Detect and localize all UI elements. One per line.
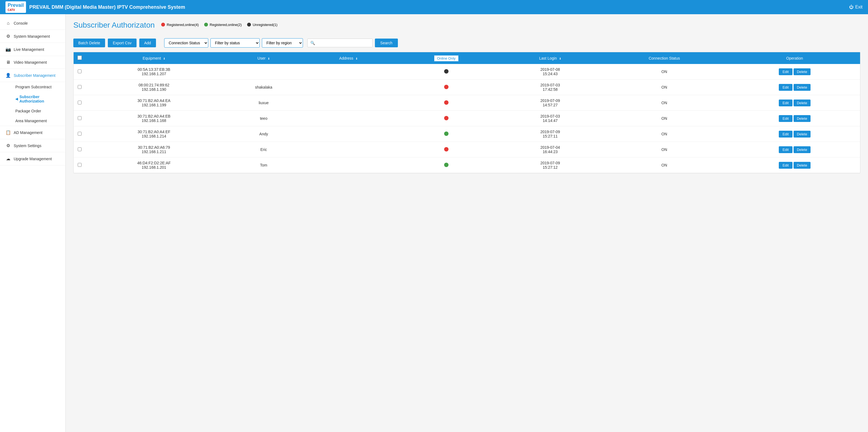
filter-group: Connection Status Filter by status Filte… xyxy=(164,38,398,47)
address-cell xyxy=(305,142,392,158)
connection-cell: ON xyxy=(599,95,729,111)
user-cell: shakalaka xyxy=(222,79,305,95)
row-checkbox-1[interactable] xyxy=(78,85,82,89)
dot-black xyxy=(247,23,251,27)
add-button[interactable]: Add xyxy=(139,38,156,47)
edit-button-3[interactable]: Edit xyxy=(779,115,793,122)
status-dot xyxy=(444,69,448,73)
export-csv-button[interactable]: Export Csv xyxy=(108,38,136,47)
row-checkbox-4[interactable] xyxy=(78,132,82,136)
edit-button-2[interactable]: Edit xyxy=(779,100,793,106)
user-cell: liuxue xyxy=(222,95,305,111)
sidebar-item-console[interactable]: ⌂ Console xyxy=(0,17,65,30)
sidebar-item-upgrade-management[interactable]: ☁ Upgrade Management xyxy=(0,152,65,165)
last-login-cell: 2019-07-0314:14:47 xyxy=(501,111,599,126)
connection-status-select[interactable]: Connection Status xyxy=(164,38,208,47)
row-checkbox-0[interactable] xyxy=(78,69,82,73)
status-filter-select[interactable]: Filter by status xyxy=(211,38,260,47)
connection-cell: ON xyxy=(599,142,729,158)
sidebar-item-subscriber-authorization[interactable]: ◀ Subscriber Authorization xyxy=(11,92,65,106)
delete-button-3[interactable]: Delete xyxy=(794,115,810,122)
table-row: 30:71:B2:A0:A4:EA192.168.1.199liuxue2019… xyxy=(73,95,860,111)
operation-cell: EditDelete xyxy=(729,64,860,79)
batch-delete-button[interactable]: Batch Delete xyxy=(73,38,105,47)
operation-column-header: Operation xyxy=(729,52,860,64)
sidebar-item-subscriber-management[interactable]: 👤 Subscriber Management xyxy=(0,69,65,82)
dot-green xyxy=(204,23,208,27)
user-column-header[interactable]: User ⬇ xyxy=(222,52,305,64)
equipment-column-header[interactable]: Equipment ⬇ xyxy=(86,52,222,64)
connection-cell: ON xyxy=(599,111,729,126)
data-table-wrapper: Equipment ⬇ User ⬇ Address ⬇ Online On xyxy=(73,52,860,173)
user-cell: Eric xyxy=(222,142,305,158)
equipment-mac: 30:71:B2:A0:A6:79 xyxy=(90,145,218,149)
sidebar-sub-menu: Program Subcontract ◀ Subscriber Authori… xyxy=(0,82,65,126)
user-cell: Tom xyxy=(222,158,305,173)
login-date: 2019-07-03 xyxy=(505,114,596,119)
edit-button-1[interactable]: Edit xyxy=(779,84,793,91)
address-column-header[interactable]: Address ⬇ xyxy=(305,52,392,64)
login-time: 15:27:12 xyxy=(505,165,596,169)
last-login-cell: 2019-07-0317:42:58 xyxy=(501,79,599,95)
search-box: 🔍 xyxy=(307,38,373,47)
logo: Prevail CATV xyxy=(5,1,26,13)
login-date: 2019-07-09 xyxy=(505,98,596,103)
sidebar-item-program-subcontract[interactable]: Program Subcontract xyxy=(11,82,65,92)
login-time: 17:42:58 xyxy=(505,87,596,92)
connection-cell: ON xyxy=(599,79,729,95)
delete-button-1[interactable]: Delete xyxy=(794,84,810,91)
region-filter-select[interactable]: Filter by region xyxy=(262,38,303,47)
status-cell xyxy=(392,79,501,95)
sidebar-item-system-management[interactable]: ⚙ System Management xyxy=(0,30,65,43)
settings-icon: ⚙ xyxy=(5,143,11,148)
status-dot xyxy=(444,100,448,105)
operation-cell: EditDelete xyxy=(729,111,860,126)
equipment-mac: 30:71:B2:A0:A4:EF xyxy=(90,130,218,134)
equipment-ip: 192.168.1.201 xyxy=(90,165,218,169)
last-login-column-header[interactable]: Last Login ⬇ xyxy=(501,52,599,64)
delete-button-5[interactable]: Delete xyxy=(794,146,810,153)
sidebar-item-video-management[interactable]: 🖥 Video Management xyxy=(0,56,65,69)
last-login-cell: 2019-07-0915:27:12 xyxy=(501,158,599,173)
select-all-checkbox[interactable] xyxy=(78,56,82,60)
row-checkbox-5[interactable] xyxy=(78,147,82,151)
equipment-mac: 30:71:B2:A0:A4:EB xyxy=(90,114,218,119)
sidebar-item-package-order[interactable]: Package Order xyxy=(11,106,65,116)
power-icon: ⏻ xyxy=(849,5,854,9)
equipment-mac: 00:5A:13:37:EB:3B xyxy=(90,67,218,72)
sidebar-item-system-settings[interactable]: ⚙ System Settings xyxy=(0,139,65,152)
row-checkbox-3[interactable] xyxy=(78,116,82,120)
edit-button-0[interactable]: Edit xyxy=(779,68,793,75)
status-cell xyxy=(392,111,501,126)
sidebar-item-area-management[interactable]: Area Management xyxy=(11,116,65,126)
status-dot xyxy=(444,163,448,167)
status-cell xyxy=(392,158,501,173)
delete-button-0[interactable]: Delete xyxy=(794,68,810,75)
row-checkbox-2[interactable] xyxy=(78,101,82,104)
row-checkbox-6[interactable] xyxy=(78,163,82,167)
page-title: Subscriber Authorizaton xyxy=(73,21,155,30)
table-header-row: Equipment ⬇ User ⬇ Address ⬇ Online On xyxy=(73,52,860,64)
connection-value: ON xyxy=(661,116,667,121)
edit-button-5[interactable]: Edit xyxy=(779,146,793,153)
search-button[interactable]: Search xyxy=(375,38,398,47)
status-cell xyxy=(392,95,501,111)
edit-button-4[interactable]: Edit xyxy=(779,131,793,137)
legend: Registered,online(4) Registered,online(2… xyxy=(161,23,277,27)
sidebar-item-ad-management[interactable]: 📋 AD Management xyxy=(0,126,65,139)
delete-button-4[interactable]: Delete xyxy=(794,131,810,137)
login-date: 2019-07-04 xyxy=(505,145,596,149)
login-time: 16:44:23 xyxy=(505,149,596,154)
title-row: Subscriber Authorizaton Registered,onlin… xyxy=(73,21,860,34)
header-left: Prevail CATV PREVAIL DMM (Digital Media … xyxy=(5,1,185,13)
select-all-header[interactable] xyxy=(73,52,86,64)
equipment-cell: 30:71:B2:A0:A4:EF192.168.1.214 xyxy=(86,126,222,142)
search-input[interactable] xyxy=(318,39,372,47)
delete-button-6[interactable]: Delete xyxy=(794,162,810,169)
table-row: 00:5A:13:37:EB:3B192.168.1.2072019-07-08… xyxy=(73,64,860,79)
delete-button-2[interactable]: Delete xyxy=(794,100,810,106)
exit-button[interactable]: ⏻ Exit xyxy=(849,5,863,9)
edit-button-6[interactable]: Edit xyxy=(779,162,793,169)
sidebar-item-live-management[interactable]: 📷 Live Management xyxy=(0,43,65,56)
operation-cell: EditDelete xyxy=(729,158,860,173)
